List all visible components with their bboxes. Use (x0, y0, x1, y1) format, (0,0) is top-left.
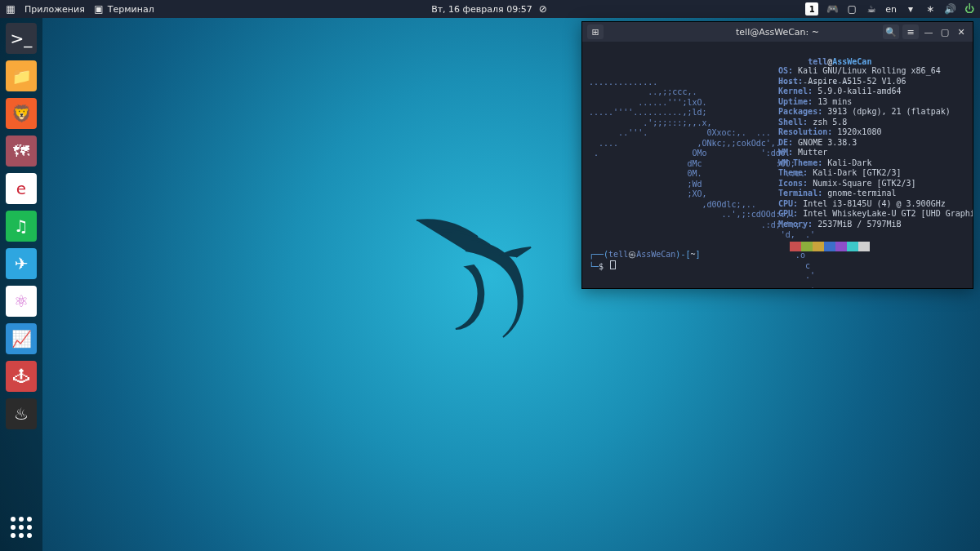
dock-telegram[interactable]: ✈ (6, 248, 37, 279)
cursor (610, 260, 616, 269)
minimize-button[interactable]: — (922, 25, 935, 38)
bluetooth-icon[interactable]: ∗ (924, 3, 936, 15)
maximize-button[interactable]: ▢ (938, 25, 951, 38)
calendar-icon[interactable]: ▢ (846, 3, 858, 15)
dock-files[interactable]: 📁 (6, 60, 37, 91)
active-app-indicator[interactable]: ▣ Терминал (93, 3, 154, 15)
menu-button[interactable]: ≡ (902, 24, 919, 39)
show-apps-button[interactable] (6, 512, 37, 543)
dock-games[interactable]: 🕹 (6, 361, 37, 392)
wallpaper-logo (400, 208, 564, 371)
dock-evince[interactable]: e (6, 173, 37, 204)
dock-terminal[interactable]: >_ (6, 23, 37, 54)
dock-monitor[interactable]: 📈 (6, 323, 37, 354)
close-button[interactable]: ✕ (955, 25, 968, 38)
dock-atom[interactable]: ⚛ (6, 286, 37, 317)
neofetch-info: OS: Kali GNU/Linux Rolling x86_64 Host: … (778, 66, 973, 229)
color-palette (778, 242, 870, 251)
applications-menu[interactable]: Приложения (24, 4, 85, 15)
dock-brave[interactable]: 🦁 (6, 98, 37, 129)
wifi-icon[interactable]: ▾ (905, 3, 916, 15)
gamepad-icon[interactable]: 🎮 (826, 3, 838, 15)
keyboard-layout[interactable]: en (885, 4, 897, 15)
terminal-window: ⊞ tell@AssWeCan: ~ 🔍 ≡ — ▢ ✕ tell@AssWeC… (581, 21, 973, 289)
shell-prompt: ┌──(tell㉿AssWeCan)-[~] └─$ (589, 250, 700, 272)
dock-maps[interactable]: 🗺 (6, 136, 37, 167)
volume-icon[interactable]: 🔊 (944, 3, 956, 15)
search-button[interactable]: 🔍 (883, 24, 899, 39)
dnd-icon: ⊘ (537, 3, 549, 15)
power-icon[interactable]: ⏻ (964, 3, 975, 15)
dock-spotify[interactable]: ♫ (6, 211, 37, 242)
new-tab-button[interactable]: ⊞ (587, 24, 604, 39)
clock[interactable]: Вт, 16 февраля 09:57 (431, 4, 532, 15)
tray-icon[interactable]: ☕ (866, 3, 877, 15)
terminal-icon: ▣ (93, 3, 105, 15)
terminal-titlebar[interactable]: ⊞ tell@AssWeCan: ~ 🔍 ≡ — ▢ ✕ (582, 22, 973, 42)
activities-icon[interactable]: ▦ (5, 3, 16, 15)
window-title: tell@AssWeCan: ~ (736, 27, 819, 38)
dock: >_📁🦁🗺e♫✈⚛📈🕹♨ (0, 18, 42, 551)
terminal-content[interactable]: tell@AssWeCan --------------- ..........… (582, 42, 973, 288)
dock-steam[interactable]: ♨ (6, 398, 37, 429)
top-bar: ▦ Приложения ▣ Терминал Вт, 16 февраля 0… (0, 0, 980, 18)
workspace-indicator[interactable]: 1 (805, 2, 818, 16)
